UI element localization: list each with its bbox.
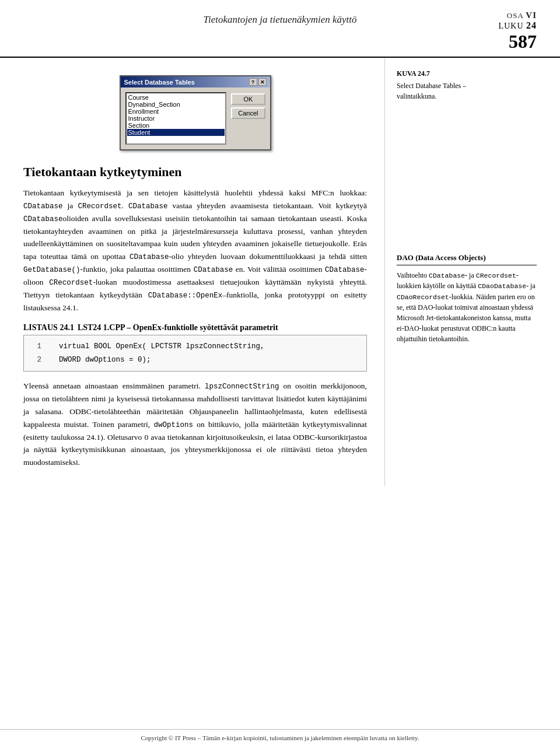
main-content: Select Database Tables ? ✕ Course Dynabi… [0,58,560,486]
section-heading: Tietokantaan kytkeytyminen [23,164,367,180]
code-lpszconnect: lpszConnectString [205,383,279,391]
code-cdatabase5: CDatabase [194,266,233,274]
listing-box: 1 virtual BOOL OpenEx( LPCTSTR lpszConne… [23,335,367,372]
dialog-listbox[interactable]: Course Dynabind_Section Enrollment Instr… [125,92,227,145]
code-openex: CDatabase::OpenEx [148,292,223,300]
after-listing-paragraph: Yleensä annetaan ainoastaan ensimmäinen … [23,380,367,468]
page-number: 587 [509,32,537,51]
code-dwoptions: dwOptions [153,421,193,429]
header-right: OSA VI LUKU 24 587 [443,10,537,51]
listing-row-1: 1 virtual BOOL OpenEx( LPCTSTR lpszConne… [32,340,358,353]
code-cdatabase-s1: CDatabase [429,272,465,279]
code-cdatabase2: CDatabase [128,202,168,211]
list-item-dynabind[interactable]: Dynabind_Section [127,101,225,108]
code-cdatabase6: CDatabase [325,266,365,274]
code-getdatabase: GetDatabase() [23,266,80,274]
listing-row-2: 2 DWORD dwOptions = 0); [32,353,358,367]
sidebar-heading: DAO (Data Access Objects) [397,253,537,265]
code-cdaorecordset: CDaoRecordset [397,293,449,301]
footer-text: Copyright © IT Press – Tämän e-kirjan ko… [141,734,419,741]
close-button[interactable]: ✕ [258,78,267,86]
dialog-titlebar-buttons: ? ✕ [249,78,267,86]
main-paragraph: Tietokantaan kytkeytymisestä ja sen tiet… [23,187,367,314]
line-num-1: 1 [32,340,41,353]
code-cdatabase4: CDatabase [130,253,169,261]
dialog-body: Course Dynabind_Section Enrollment Instr… [121,87,270,149]
left-column: Select Database Tables ? ✕ Course Dynabi… [0,58,385,486]
code-crecordset-s1: CRecordset [476,272,516,279]
help-button[interactable]: ? [249,78,257,86]
list-item-course[interactable]: Course [127,94,225,101]
dialog-action-buttons: OK Cancel [231,92,265,145]
code-crecordset1: CRecordset [78,202,121,211]
code-cdaodatabase: CDaoDatabase [478,282,526,290]
cancel-button[interactable]: Cancel [231,107,265,119]
listing-title: LST24 1.CPP – OpenEx-funktiolle syötettä… [78,323,278,332]
list-item-enrollment[interactable]: Enrollment [127,108,225,115]
dialog-box: Select Database Tables ? ✕ Course Dynabi… [120,75,271,150]
list-item-instructor[interactable]: Instructor [127,115,225,122]
screenshot-area: Select Database Tables ? ✕ Course Dynabi… [23,75,367,150]
luku-label: LUKU 24 [499,20,537,31]
dialog-titlebar: Select Database Tables ? ✕ [121,76,270,87]
listing-header: LISTAUS 24.1 LST24 1.CPP – OpenEx-funkti… [23,323,367,332]
page-header: Tietokantojen ja tietuenäkymien käyttö O… [0,0,560,58]
line-code-1: virtual BOOL OpenEx( LPCTSTR lpszConnect… [59,340,358,353]
code-cdatabase3: CDatabase [23,215,63,223]
page-footer: Copyright © IT Press – Tämän e-kirjan ko… [0,729,560,746]
right-column: KUVA 24.7 Select Database Tables –valint… [385,58,548,486]
code-crecordset2: CRecordset [49,279,93,287]
sidebar-text: Vaihtoehto CDatabase- ja CRecordset-luok… [397,270,537,344]
list-item-section[interactable]: Section [127,122,225,129]
dialog-title: Select Database Tables [124,79,195,86]
listing-label: LISTAUS 24.1 [23,323,74,332]
code-cdatabase1: CDatabase [23,202,63,211]
line-num-2: 2 [32,353,41,367]
sidebar-box: DAO (Data Access Objects) Vaihtoehto CDa… [397,253,537,344]
kuva-label: KUVA 24.7 [397,69,537,78]
header-title: Tietokantojen ja tietuenäkymien käyttö [117,10,443,26]
ok-button[interactable]: OK [231,93,265,105]
line-code-2: DWORD dwOptions = 0); [59,353,358,367]
osa-label: OSA VI [507,10,537,20]
kuva-desc: Select Database Tables –valintaikkuna. [397,80,537,101]
list-item-student[interactable]: Student [127,129,225,136]
